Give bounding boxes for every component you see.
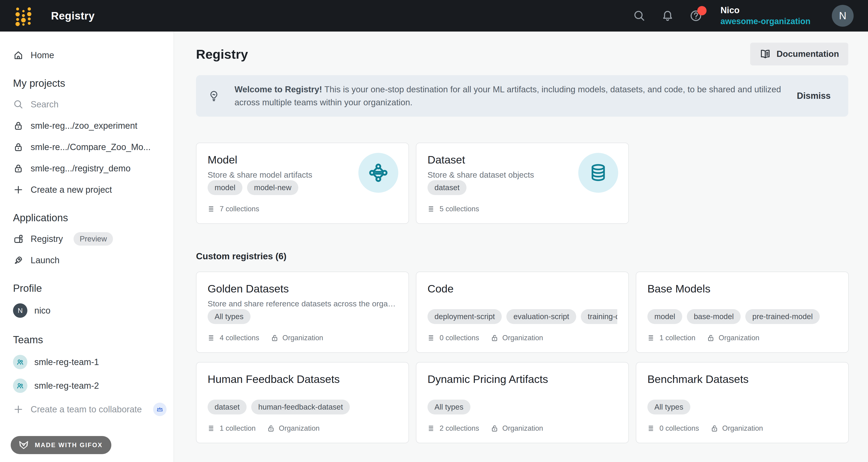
collections-list-icon [428, 424, 436, 433]
sidebar-project-item[interactable]: smle-reg.../zoo_experiment [13, 115, 166, 136]
tag: model [208, 180, 242, 195]
card-footer: 1 collection Organization [647, 334, 837, 342]
sidebar-project-item[interactable]: smle-re.../Compare_Zoo_Mo... [13, 136, 166, 158]
registry-grid-icon [13, 234, 24, 244]
card-footer: 1 collection Organization [208, 424, 397, 433]
launch-app-label: Launch [31, 255, 60, 265]
sidebar-item-label: Home [31, 50, 54, 60]
sidebar-item-home[interactable]: Home [13, 44, 166, 66]
navbar-actions: Nico awesome-organization N [633, 5, 854, 27]
profile-name: nico [34, 306, 51, 316]
collections-list-icon [647, 334, 656, 342]
gifox-label: MADE WITH GIFOX [35, 441, 102, 449]
fox-icon [17, 440, 30, 451]
collections-list-icon [208, 334, 216, 342]
card-title: Code [428, 282, 617, 295]
project-name: smle-reg.../zoo_experiment [31, 121, 137, 131]
profile-heading: Profile [13, 282, 166, 294]
tag: All types [208, 309, 250, 324]
banner-message-bold: Welcome to Registry! [235, 85, 322, 94]
card-tags: All types [208, 309, 397, 324]
card-footer: 2 collections Organization [428, 424, 617, 433]
card-footer: 5 collections [428, 205, 617, 213]
collections-list-icon [208, 424, 216, 433]
avatar[interactable]: N [832, 5, 854, 27]
tag: dataset [208, 400, 247, 414]
teams-heading: Teams [13, 334, 166, 345]
team-name: smle-reg-team-2 [34, 381, 99, 391]
tag: model [647, 309, 682, 324]
welcome-banner: Welcome to Registry! This is your one-st… [196, 75, 848, 117]
main-content: Registry Documentation Welcome to Regist… [174, 32, 868, 462]
registry-card-golden-datasets[interactable]: Golden Datasets Store and share referenc… [196, 272, 409, 353]
create-team-label: Create a team to collaborate [31, 404, 142, 414]
card-title: Golden Datasets [208, 282, 397, 295]
registry-card-human-feedback-datasets[interactable]: Human Feedback Datasets dataset human-fe… [196, 362, 409, 443]
made-with-gifox-badge: MADE WITH GIFOX [11, 436, 111, 454]
documentation-button[interactable]: Documentation [750, 43, 848, 65]
dismiss-button[interactable]: Dismiss [797, 91, 831, 101]
project-name: smle-re.../Compare_Zoo_Mo... [31, 142, 151, 152]
rocket-icon [13, 255, 24, 266]
collections-list-icon [208, 205, 216, 213]
registry-card-dataset[interactable]: Dataset Store & share dataset objects da… [416, 143, 629, 224]
unlock-icon [710, 424, 719, 433]
search-placeholder: Search [31, 99, 58, 110]
card-description: Store and share reference datasets acros… [208, 299, 397, 308]
collections-list-icon [428, 334, 436, 342]
search-icon[interactable] [633, 9, 646, 22]
collections-count: 7 collections [208, 205, 259, 213]
project-name: smle-reg.../registry_demo [31, 163, 131, 174]
sidebar-profile-item[interactable]: N nico [13, 299, 166, 322]
card-tags: All types [647, 400, 837, 414]
banner-message: Welcome to Registry! This is your one-st… [235, 83, 784, 109]
card-tags: All types [428, 400, 617, 414]
projects-search-input[interactable]: Search [13, 94, 166, 115]
tag: evaluation-script [506, 309, 576, 324]
sidebar-team-item[interactable]: smle-reg-team-2 [13, 374, 166, 398]
user-menu[interactable]: Nico awesome-organization [720, 5, 810, 27]
collections-list-icon [428, 205, 436, 213]
sidebar: Home My projects Search smle-reg.../zoo_… [0, 32, 174, 462]
org-name: awesome-organization [720, 16, 810, 27]
card-title: Dynamic Pricing Artifacts [428, 373, 617, 386]
create-project-button[interactable]: Create a new project [13, 179, 166, 201]
registry-app-label: Registry [31, 234, 63, 244]
applications-heading: Applications [13, 212, 166, 223]
plus-icon [13, 404, 24, 415]
user-name: Nico [720, 5, 810, 16]
registry-card-benchmark-datasets[interactable]: Benchmark Datasets All types 0 collectio… [636, 362, 849, 443]
model-icon [359, 153, 398, 193]
registry-card-model[interactable]: Model Store & share model artifacts mode… [196, 143, 409, 224]
registry-card-code[interactable]: Code deployment-script evaluation-script… [416, 272, 629, 353]
top-navbar: Registry Nico awesome-organization N [0, 0, 868, 32]
crown-icon [153, 403, 166, 416]
visibility-label: Organization [490, 334, 543, 342]
preview-badge: Preview [73, 232, 113, 246]
documentation-label: Documentation [777, 49, 839, 59]
create-team-button[interactable]: Create a team to collaborate [13, 398, 166, 421]
card-tags: deployment-script evaluation-script trai… [428, 309, 617, 324]
tag: pre-trained-model [745, 309, 819, 324]
search-icon [13, 99, 24, 110]
page-header: Registry Documentation [196, 43, 848, 65]
bell-icon[interactable] [661, 9, 674, 22]
visibility-label: Organization [267, 424, 320, 433]
sidebar-team-item[interactable]: smle-reg-team-1 [13, 350, 166, 374]
sidebar-item-registry[interactable]: Registry Preview [13, 228, 166, 250]
tag: dataset [428, 180, 466, 195]
team-name: smle-reg-team-1 [34, 357, 99, 367]
home-icon [13, 50, 24, 61]
sidebar-project-item[interactable]: smle-reg.../registry_demo [13, 158, 166, 179]
tag: All types [647, 400, 690, 414]
card-footer: 4 collections Organization [208, 334, 397, 342]
registry-card-base-models[interactable]: Base Models model base-model pre-trained… [636, 272, 849, 353]
card-tags: model base-model pre-trained-model [647, 309, 837, 324]
unlock-icon [490, 334, 499, 342]
wandb-logo-dots[interactable] [14, 5, 32, 26]
registry-card-dynamic-pricing-artifacts[interactable]: Dynamic Pricing Artifacts All types 2 co… [416, 362, 629, 443]
visibility-label: Organization [490, 424, 543, 433]
collections-count: 1 collection [647, 334, 695, 342]
help-icon[interactable] [689, 9, 702, 22]
sidebar-item-launch[interactable]: Launch [13, 250, 166, 271]
